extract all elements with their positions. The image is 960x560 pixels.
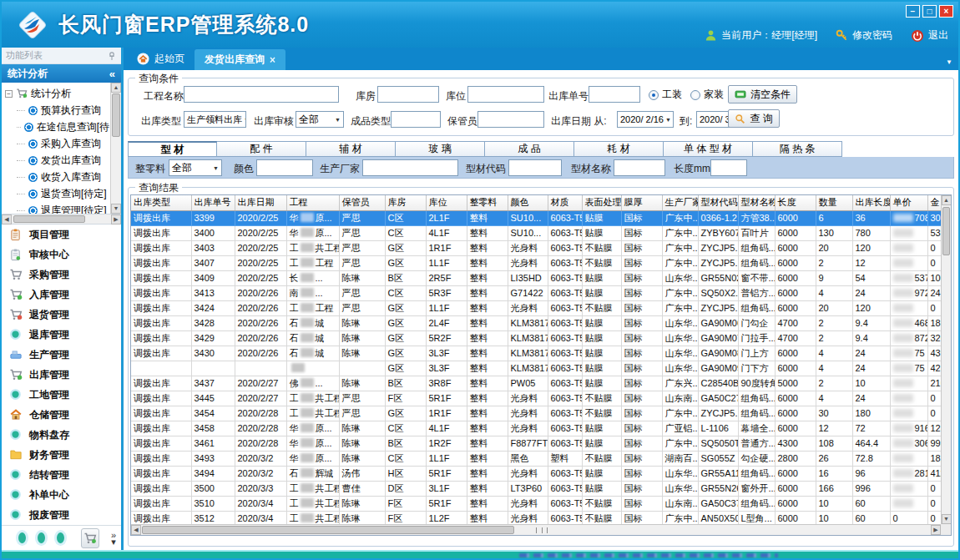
scroll-down-icon[interactable]: ▼ [111,204,121,214]
tree-root[interactable]: − 统计分析 [5,85,109,102]
sidebar-item[interactable]: 补单中心 [2,485,121,505]
sidebar-item[interactable]: 项目管理 [2,225,121,245]
column-header[interactable]: 材质 [548,195,582,210]
column-header[interactable]: 整零料 [467,195,508,210]
sidebar-item[interactable]: 结转管理 [2,465,121,485]
tree-expander-icon[interactable]: − [5,90,13,98]
scroll-left-icon[interactable]: ◀ [2,214,12,225]
table-row[interactable]: 调拨出库34072020/2/25工工程严思G区1L1F整料光身料6063-T5… [131,255,946,270]
radio-home-decoration[interactable]: 家装 [690,88,724,102]
maker-input[interactable] [362,159,458,176]
material-tab[interactable]: 成 品 [485,141,574,157]
column-header[interactable]: 长度 [775,195,816,210]
clear-conditions-button[interactable]: 清空条件 [728,85,797,103]
table-row[interactable]: 调拨出库34932020/3/2华原...陈琳C区1L1F整料黑色塑料不贴膜国标… [131,451,946,466]
scroll-right-icon[interactable]: ▶ [111,214,121,225]
maximize-button[interactable]: □ [922,5,937,18]
tab-shipment-outbound-query[interactable]: 发货出库查询 × [195,49,285,70]
nav-dot-button[interactable] [57,532,64,543]
nav-dot-button[interactable] [38,532,45,543]
sidebar-item[interactable]: 生产管理 [2,345,121,365]
column-header[interactable]: 库位 [426,195,467,210]
table-row[interactable]: 调拨出库34292020/2/26石城陈琳G区5R2F整料KLM38176063… [131,330,946,346]
column-header[interactable]: 工程 [286,195,339,210]
column-header[interactable]: 单价 [890,195,927,210]
material-tab[interactable]: 隔 热 条 [753,141,842,157]
overflow-menu-button[interactable]: »▾ [111,532,116,545]
search-button[interactable]: 查 询 [728,109,780,128]
sidebar-item[interactable]: 审核中心 [2,245,121,265]
change-password-button[interactable]: 修改密码 [836,28,892,43]
nav-dot-button[interactable] [18,532,26,543]
scroll-left-icon[interactable]: ◀ [131,525,141,535]
sidebar-item[interactable]: 财务管理 [2,445,121,465]
grid-vertical-scrollbar[interactable]: ▲ ▼ [941,195,951,524]
tree-item[interactable]: 采购入库查询 [5,135,109,152]
color-input[interactable] [256,159,313,176]
scrollbar-thumb[interactable] [13,215,85,223]
table-row[interactable]: 调拨出库34032020/2/25工共工程严思G区1R1F整料光身料6063-T… [131,240,946,255]
outbound-type-select[interactable]: 生产领料出库▼ [184,111,246,128]
collapse-icon[interactable]: « [109,68,115,80]
column-header[interactable]: 保管员 [339,195,385,210]
order-no-input[interactable] [589,86,640,103]
tree-item[interactable]: 退库管理[待定] [5,202,109,214]
minimize-button[interactable]: − [906,5,920,18]
table-row[interactable]: 调拨出库34452020/2/27工共工程严思F区5R1F整料光身料6063-T… [131,391,946,406]
column-header[interactable]: 出库类型 [131,195,191,210]
nav-cart-button[interactable] [81,528,99,548]
table-row[interactable]: 调拨出库34132020/2/26南...严思C区5R3F整料G71422606… [131,285,946,300]
scroll-up-icon[interactable]: ▲ [942,195,952,205]
table-row[interactable]: 调拨出库34542020/2/28工共工程严思G区1R1F整料光身料6063-T… [131,406,946,421]
table-row[interactable]: 调拨出库34302020/2/26石城陈琳G区3L3F整料KLM38176063… [131,346,946,361]
tree-item[interactable]: 在途信息查询[待 [5,119,109,135]
sidebar-item[interactable]: 工地管理 [2,385,121,405]
table-row[interactable]: 调拨出库34002020/2/25华原...严思C区4L1F整料SU10...6… [131,225,946,240]
tab-home[interactable]: 起始页 [127,48,195,70]
table-row[interactable]: 调拨出库33992020/2/25华原...严思C区2L1F整料SU10...6… [131,210,946,225]
material-tab[interactable]: 配 件 [217,141,306,157]
sidebar-item[interactable]: 退货管理 [2,305,121,325]
radio-work-decoration[interactable]: 工装 [649,88,682,102]
sidebar-item[interactable]: 出库管理 [2,365,121,385]
length-input[interactable] [710,159,747,176]
column-header[interactable]: 型材名称 [738,195,775,210]
table-row[interactable]: 调拨出库34242020/2/26工工程严思G区1L1F整料光身料6063-T5… [131,300,946,315]
sidebar-item[interactable]: 采购管理 [2,265,121,285]
material-tab[interactable]: 耗 材 [574,141,664,157]
scrollbar-thumb[interactable] [112,93,120,137]
table-row[interactable]: 调拨出库34092020/2/25长...陈琳B区2R5F整料LI35HD606… [131,270,946,285]
scroll-right-icon[interactable]: ▶ [931,525,941,535]
grid-horizontal-scrollbar[interactable]: ◀ ▶ [131,524,941,535]
scrollbar-thumb[interactable] [142,526,514,534]
table-row[interactable]: G区3L3F整料KLM38176063-T5贴膜国标山东华...GA90M09.… [131,361,946,376]
pin-icon[interactable] [107,51,117,61]
table-row[interactable]: 调拨出库35102020/3/4工共工程陈琳F区5R1F整料光身料6063-T5… [131,496,946,511]
project-name-input[interactable] [184,86,339,103]
column-header[interactable]: 颜色 [508,195,548,210]
section-header[interactable]: 统计分析 « [2,64,121,83]
tab-list-caret-icon[interactable]: ▼ [946,58,952,66]
tree-horizontal-scrollbar[interactable]: ◀ ▶ [2,214,121,225]
scrollbar-thumb[interactable] [942,207,950,255]
tree-item[interactable]: 发货出库查询 [5,152,109,169]
scrollbar-grip[interactable] [536,527,548,533]
date-from-picker[interactable]: 2020/ 2/16▼ [617,111,674,128]
whole-scrap-select[interactable]: 全部▼ [169,159,222,176]
material-tab[interactable]: 辅 材 [306,141,396,157]
tree-item[interactable]: 预算执行查询 [5,102,109,119]
table-row[interactable]: 调拨出库35002020/3/3工共工程曹佳D区3L1F整料LT3P606063… [131,481,946,496]
tab-close-icon[interactable]: × [270,54,275,66]
close-button[interactable]: × [939,5,953,18]
table-row[interactable]: 调拨出库34582020/2/28华原...陈琳C区4L1F整料光身料6063-… [131,421,946,436]
tree-item[interactable]: 收货入库查询 [5,169,109,185]
column-header[interactable]: 膜厚 [621,195,662,210]
column-header[interactable]: 数量 [816,195,852,210]
material-tab[interactable]: 玻 璃 [396,141,485,157]
scroll-up-icon[interactable]: ▲ [111,83,121,93]
column-header[interactable]: 出库单号 [191,195,235,210]
column-header[interactable]: 生产厂家 [662,195,698,210]
sidebar-item[interactable]: 仓储管理 [2,405,121,425]
material-tab[interactable]: 单 体 型 材 [664,141,753,157]
table-row[interactable]: 调拨出库34612020/2/28华原...陈琳B区1R2F整料F8877FT6… [131,436,946,451]
